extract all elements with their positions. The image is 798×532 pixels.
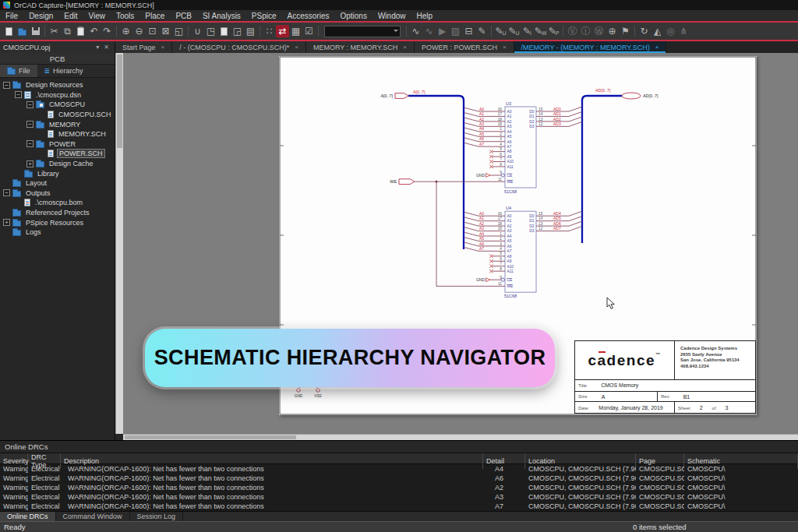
menu-window[interactable]: Window xyxy=(373,10,411,21)
edit-profile-icon[interactable]: ✎ xyxy=(475,24,489,39)
drc-row-a2[interactable]: WarningElectricalWARNING(ORCAP-1600): Ne… xyxy=(0,483,798,492)
tree-item-cmoscpu[interactable]: −CMOSCPU xyxy=(0,100,115,110)
tab-close-icon[interactable]: × xyxy=(655,44,659,51)
zoom-region-icon[interactable]: ⊡ xyxy=(146,24,159,39)
select-page-icon[interactable]: ◲ xyxy=(231,24,244,39)
tab-start-page[interactable]: Start Page× xyxy=(115,41,172,53)
axes-icon[interactable]: ⋔ xyxy=(677,24,690,39)
plot-probe-icon[interactable]: ✎P xyxy=(547,24,560,39)
menu-tools[interactable]: Tools xyxy=(111,10,139,21)
menu-si-analysis[interactable]: SI Analysis xyxy=(197,10,246,21)
menu-design[interactable]: Design xyxy=(23,10,58,21)
panel-menu-caret-icon[interactable]: ▾ xyxy=(94,44,101,51)
horizontal-scrollbar[interactable] xyxy=(123,434,798,440)
tree-item-cmoscpu-dsn[interactable]: −.\cmoscpu.dsn xyxy=(0,90,115,100)
power-probe-icon[interactable]: ✎W xyxy=(534,24,547,39)
mirror-icon[interactable]: ◭ xyxy=(651,24,664,39)
output-tab-online-drcs[interactable]: Online DRCs xyxy=(0,512,56,521)
cis-explorer-icon[interactable]: ▦ xyxy=(289,24,302,39)
voltage-probe-icon[interactable]: ✎U xyxy=(494,24,507,39)
redo-icon[interactable]: ↷ xyxy=(101,24,114,39)
tab-close-icon[interactable]: × xyxy=(503,44,507,51)
menu-pspice[interactable]: PSpice xyxy=(246,10,282,21)
tree-item-library[interactable]: Library xyxy=(0,168,115,178)
view-simulation-icon[interactable]: ∿ xyxy=(422,24,436,39)
tree-expander-icon[interactable]: − xyxy=(26,101,34,108)
design-sync-icon[interactable]: ⇄ xyxy=(276,25,289,37)
tree-expander-icon[interactable]: + xyxy=(26,160,34,167)
tab-memory-memory-memory-sch[interactable]: /MEMORY - (MEMORY : MEMORY.SCH)× xyxy=(514,41,667,53)
panel-tab-file[interactable]: File xyxy=(0,65,37,77)
output-tab-command-window[interactable]: Command Window xyxy=(56,512,130,521)
new-page-icon[interactable] xyxy=(217,24,231,39)
view-results-icon[interactable]: ▨ xyxy=(449,24,462,39)
tree-item-pspice-resources[interactable]: +PSpice Resources xyxy=(0,217,115,227)
tree-expander-icon[interactable]: − xyxy=(3,82,10,89)
menu-edit[interactable]: Edit xyxy=(58,10,83,21)
tree-item-memory-sch[interactable]: MEMORY.SCH xyxy=(0,129,115,139)
origin-marker-icon[interactable]: ⊕ xyxy=(606,24,619,39)
open-document-icon[interactable] xyxy=(16,24,29,39)
tab-close-icon[interactable]: × xyxy=(295,44,298,51)
save-document-icon[interactable] xyxy=(29,24,42,39)
tab-close-icon[interactable]: × xyxy=(161,44,165,51)
tab-power-power-sch[interactable]: POWER : POWER.SCH× xyxy=(415,41,514,53)
tree-item-outputs[interactable]: −Outputs xyxy=(0,188,115,199)
zoom-in-icon[interactable]: ⊕ xyxy=(119,24,132,39)
tree-expander-icon[interactable]: − xyxy=(26,121,34,128)
run-pspice-icon[interactable]: ▶ xyxy=(436,24,449,39)
tree-item-cmoscpu-bom[interactable]: .\cmoscpu.bom xyxy=(0,198,115,208)
voltage-diff-probe-icon[interactable]: ✎U xyxy=(507,24,521,39)
tab-cmoscpu-cmoscpu-sch[interactable]: / - (CMOSCPU : CMOSCPU.SCH)*× xyxy=(172,41,306,53)
voltage-marker-icon[interactable]: Ⓥ xyxy=(566,24,579,39)
tree-item-memory[interactable]: −MEMORY xyxy=(0,119,115,129)
summary-report-icon[interactable]: ▤ xyxy=(244,24,257,39)
tree-item-referenced-projects[interactable]: Referenced Projects xyxy=(0,208,115,218)
menu-place[interactable]: Place xyxy=(139,10,170,21)
power-marker-icon[interactable]: Ⓦ xyxy=(592,24,606,39)
tree-item-power-sch[interactable]: POWER.SCH xyxy=(0,149,115,159)
vertical-scrollbar[interactable] xyxy=(115,53,123,434)
tab-memory-memory-sch[interactable]: MEMORY : MEMORY.SCH× xyxy=(306,41,415,53)
zoom-previous-icon[interactable]: ◱ xyxy=(172,24,185,39)
drc-row-a4[interactable]: WarningElectricalWARNING(ORCAP-1600): Ne… xyxy=(0,464,798,474)
simulation-profile-select[interactable] xyxy=(324,26,401,37)
cut-icon[interactable]: ✂ xyxy=(48,24,61,39)
tree-item-design-cache[interactable]: +Design Cache xyxy=(0,159,115,169)
drc-flag-icon[interactable]: ⚑ xyxy=(619,24,632,39)
tree-item-layout[interactable]: Layout xyxy=(0,178,115,188)
menu-help[interactable]: Help xyxy=(411,10,439,21)
verify-design-icon[interactable]: ☑ xyxy=(302,24,316,39)
goto-page-icon[interactable]: ◳ xyxy=(204,24,217,39)
tree-expander-icon[interactable]: − xyxy=(3,189,10,196)
paste-icon[interactable] xyxy=(74,24,87,39)
tree-item-power[interactable]: −POWER xyxy=(0,139,115,150)
drc-row-a3[interactable]: WarningElectricalWARNING(ORCAP-1600): Ne… xyxy=(0,492,798,502)
view-netlist-icon[interactable]: ⊟ xyxy=(462,24,475,39)
drc-row-a6[interactable]: WarningElectricalWARNING(ORCAP-1600): Ne… xyxy=(0,474,798,483)
current-marker-icon[interactable]: Ⓘ xyxy=(579,24,592,39)
tree-expander-icon[interactable]: − xyxy=(26,140,34,147)
find-zoom-icon[interactable]: ◎ xyxy=(664,24,677,39)
menu-pcb[interactable]: PCB xyxy=(170,10,197,21)
part-manager-icon[interactable]: ∷ xyxy=(263,24,276,39)
menu-options[interactable]: Options xyxy=(334,10,372,21)
panel-tab-hierarchy[interactable]: ≣Hierarchy xyxy=(37,65,90,77)
menu-accessories[interactable]: Accessories xyxy=(282,10,335,21)
rotate-icon[interactable]: ↻ xyxy=(637,24,651,39)
fisheye-view-icon[interactable]: ∪ xyxy=(191,24,204,39)
tree-expander-icon[interactable]: + xyxy=(3,219,10,226)
new-simulation-icon[interactable]: ∿ xyxy=(409,24,422,39)
panel-close-icon[interactable]: ✕ xyxy=(101,44,111,51)
tree-expander-icon[interactable]: − xyxy=(15,91,22,98)
tab-close-icon[interactable]: × xyxy=(403,44,407,51)
zoom-out-icon[interactable]: ⊖ xyxy=(132,24,146,39)
menu-file[interactable]: File xyxy=(0,10,23,21)
tree-item-design-resources[interactable]: −Design Resources xyxy=(0,80,115,90)
current-probe-icon[interactable]: ✎I xyxy=(521,24,534,39)
undo-icon[interactable]: ↶ xyxy=(87,24,101,39)
drc-row-a7[interactable]: WarningElectricalWARNING(ORCAP-1600): Ne… xyxy=(0,502,798,511)
new-document-icon[interactable] xyxy=(2,24,16,39)
zoom-fit-icon[interactable]: ⊠ xyxy=(159,24,172,39)
output-tab-session-log[interactable]: Session Log xyxy=(130,512,184,521)
